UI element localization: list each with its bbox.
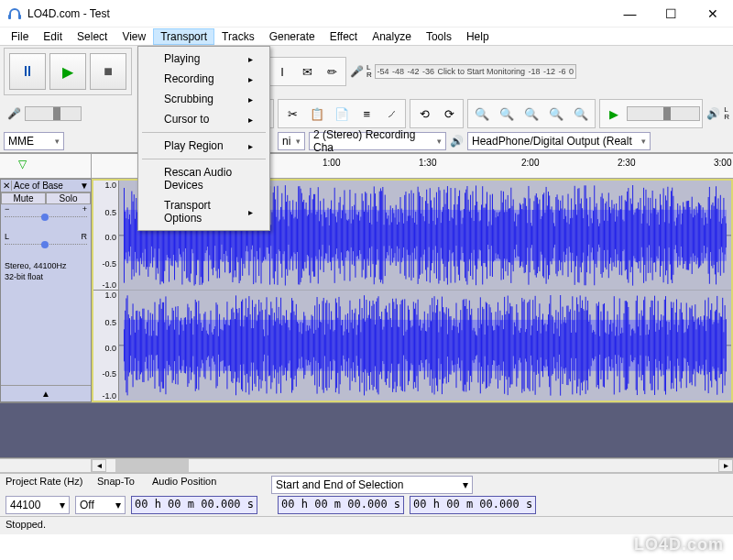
scrollbar-thumb[interactable] <box>115 459 189 472</box>
svg-rect-147 <box>279 220 280 252</box>
menu-file[interactable]: File <box>4 28 36 45</box>
scroll-right-button[interactable]: ▸ <box>718 459 733 472</box>
recording-device-select[interactable]: ni▾ <box>278 132 305 150</box>
svg-rect-448 <box>609 207 610 264</box>
stop-button[interactable]: ■ <box>90 53 126 90</box>
gain-slider[interactable] <box>5 216 87 229</box>
dd-play-region[interactable]: Play Region▸ <box>140 136 268 156</box>
svg-rect-777 <box>364 295 365 395</box>
solo-button[interactable]: Solo <box>46 192 91 204</box>
svg-rect-350 <box>502 203 503 269</box>
svg-rect-927 <box>528 302 529 390</box>
scroll-left-button[interactable]: ◂ <box>92 459 106 472</box>
zoom-sel-icon[interactable]: 🔍 <box>520 102 543 126</box>
menu-help[interactable]: Help <box>459 28 497 45</box>
paste-icon[interactable]: 📄 <box>330 102 354 126</box>
svg-rect-942 <box>544 324 545 368</box>
recording-volume-slider[interactable] <box>25 106 82 121</box>
close-button[interactable]: ✕ <box>692 0 733 27</box>
playback-device-select[interactable]: HeadPhone/Digital Output (Realt▾ <box>467 132 651 150</box>
project-rate-select[interactable]: 44100▾ <box>5 496 70 514</box>
svg-rect-904 <box>503 329 504 361</box>
selection-start-field[interactable]: 00 h 00 m 00.000 s <box>278 496 404 514</box>
tool-selection-icon[interactable]: I <box>270 60 294 83</box>
audio-position-field[interactable]: 00 h 00 m 00.000 s <box>131 496 257 514</box>
maximize-button[interactable]: ☐ <box>651 0 692 27</box>
menu-select[interactable]: Select <box>70 28 115 45</box>
svg-rect-551 <box>722 218 723 252</box>
waveform-right[interactable] <box>119 291 731 401</box>
copy-icon[interactable]: 📋 <box>305 102 329 126</box>
zoom-in-icon[interactable]: 🔍 <box>470 102 494 126</box>
svg-rect-627 <box>200 313 201 377</box>
svg-rect-740 <box>323 298 324 393</box>
zoom-fit-icon[interactable]: 🔍 <box>544 102 568 126</box>
svg-rect-1093 <box>710 310 711 380</box>
zoom-toggle-icon[interactable]: 🔍 <box>569 102 593 126</box>
tool-draw-icon[interactable]: ✏ <box>320 60 344 83</box>
redo-icon[interactable]: ⟳ <box>437 102 461 126</box>
svg-rect-291 <box>437 218 438 253</box>
tool-envelope-icon[interactable]: ✉ <box>295 60 319 83</box>
selection-format-select[interactable]: Start and End of Selection▾ <box>271 476 473 494</box>
menu-transport[interactable]: Transport <box>153 28 214 45</box>
svg-rect-472 <box>636 209 637 262</box>
recording-meter[interactable]: -54-48-42-36 Click to Start Monitoring -… <box>375 64 576 79</box>
horizontal-scrollbar[interactable]: ◂ ▸ <box>0 458 733 473</box>
track-collapse-button[interactable]: ▲ <box>1 385 91 401</box>
playback-speed-slider[interactable] <box>627 106 700 121</box>
svg-rect-516 <box>684 207 684 264</box>
dd-cursor-to[interactable]: Cursor to▸ <box>140 109 268 129</box>
recording-channels-select[interactable]: 2 (Stereo) Recording Cha▾ <box>309 132 446 150</box>
snap-to-select[interactable]: Off▾ <box>75 496 126 514</box>
tracks-background[interactable] <box>0 403 733 458</box>
menu-analyze[interactable]: Analyze <box>365 28 419 45</box>
svg-rect-163 <box>297 219 298 252</box>
svg-rect-887 <box>485 335 486 357</box>
dd-playing[interactable]: Playing▸ <box>140 49 268 69</box>
audio-host-select[interactable]: MME▾ <box>4 132 64 150</box>
menu-view[interactable]: View <box>115 28 153 45</box>
pan-slider[interactable] <box>5 244 87 257</box>
svg-rect-818 <box>409 310 410 381</box>
track-close-button[interactable]: ✕ <box>1 181 12 191</box>
selection-end-field[interactable]: 00 h 00 m 00.000 s <box>410 496 536 514</box>
mute-button[interactable]: Mute <box>1 192 46 204</box>
cut-icon[interactable]: ✂ <box>280 102 304 126</box>
menu-tools[interactable]: Tools <box>419 28 459 45</box>
svg-rect-275 <box>420 196 421 275</box>
svg-rect-724 <box>306 331 307 359</box>
menu-tracks[interactable]: Tracks <box>214 28 262 45</box>
watermark: LO4D.com <box>634 535 724 555</box>
dd-rescan[interactable]: Rescan Audio Devices <box>140 162 268 195</box>
svg-rect-522 <box>691 214 692 257</box>
svg-rect-609 <box>180 321 181 369</box>
undo-icon[interactable]: ⟲ <box>412 102 436 126</box>
silence-icon[interactable]: ⟋ <box>379 102 403 126</box>
playhead-marker-icon[interactable]: ▽ <box>18 158 27 170</box>
menu-effect[interactable]: Effect <box>323 28 365 45</box>
dd-recording[interactable]: Recording▸ <box>140 69 268 89</box>
minimize-button[interactable]: — <box>609 0 651 27</box>
svg-rect-1005 <box>614 296 615 394</box>
svg-rect-1030 <box>641 311 642 381</box>
svg-rect-482 <box>647 224 648 248</box>
svg-rect-575 <box>142 309 143 382</box>
zoom-out-icon[interactable]: 🔍 <box>495 102 519 126</box>
menu-edit[interactable]: Edit <box>36 28 70 45</box>
trim-icon[interactable]: ≡ <box>355 102 378 126</box>
svg-rect-1064 <box>678 325 679 366</box>
pause-button[interactable]: ⏸ <box>9 53 46 90</box>
dd-scrubbing[interactable]: Scrubbing▸ <box>140 89 268 109</box>
track-name[interactable]: Ace of Base▼ <box>12 180 91 192</box>
play-button[interactable]: ▶ <box>49 53 86 90</box>
menu-generate[interactable]: Generate <box>262 28 323 45</box>
svg-rect-1052 <box>665 296 666 394</box>
dd-transport-options[interactable]: Transport Options▸ <box>140 195 268 228</box>
svg-rect-622 <box>194 316 195 374</box>
svg-rect-793 <box>381 312 382 379</box>
svg-rect-328 <box>477 212 478 258</box>
play-at-speed-icon[interactable]: ▶ <box>602 102 626 126</box>
svg-rect-685 <box>263 329 264 361</box>
timeline[interactable]: ▽ 1:00 1:30 2:00 2:30 3:00 <box>0 153 733 179</box>
